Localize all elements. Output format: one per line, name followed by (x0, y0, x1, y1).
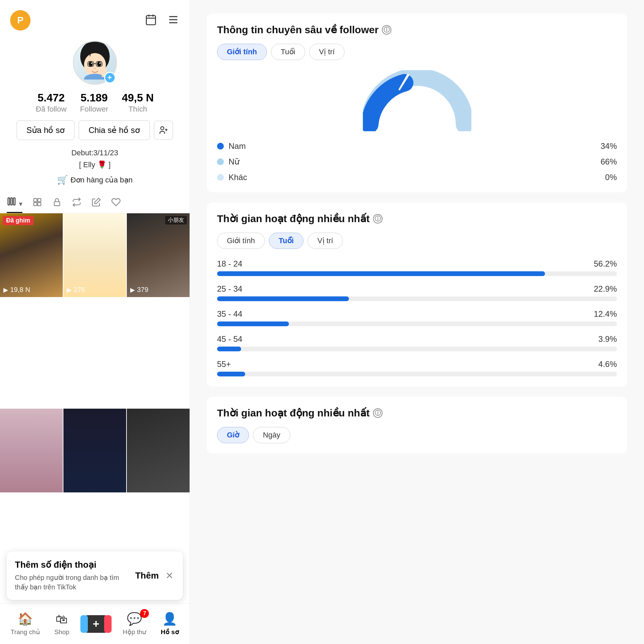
add-friend-button[interactable] (154, 121, 173, 140)
nav-create[interactable]: + (84, 615, 108, 633)
popup-add-button[interactable]: Thêm (135, 570, 159, 581)
time-section-title: Thời gian hoạt động nhiều nhất ⓘ (217, 407, 617, 419)
filter-tab-location[interactable]: Vị trí (309, 44, 345, 60)
age-row-35-44-header: 35 - 44 12.4% (217, 309, 617, 319)
svg-marker-30 (95, 198, 100, 203)
tab-grid-icon[interactable]: ▾ (7, 197, 22, 213)
tab-lock-icon[interactable] (52, 197, 62, 213)
svg-point-9 (89, 61, 93, 66)
filter-tab-age[interactable]: Tuổi (271, 44, 305, 60)
stats-row: 5.472 Đã follow 5.189 Follower 49,5 N Th… (36, 92, 154, 114)
share-profile-button[interactable]: Chia sẻ hồ sơ (79, 120, 150, 140)
video-item-4[interactable] (0, 409, 63, 492)
edit-profile-button[interactable]: Sửa hồ sơ (17, 120, 75, 140)
svg-point-11 (91, 62, 92, 64)
age-row-25-34-header: 25 - 34 22.9% (217, 284, 617, 294)
order-row[interactable]: 🛒 Đơn hàng của bạn (57, 175, 133, 185)
age-bars: 18 - 24 56.2% 25 - 34 22.9% 35 - 44 (217, 259, 617, 376)
age-row-18-24: 18 - 24 56.2% (217, 259, 617, 276)
popup-content: Thêm số điện thoại Cho phép người trong … (15, 560, 130, 592)
video-item-2[interactable]: ▶ 276 (63, 213, 126, 297)
bar-bg-45-54 (217, 347, 617, 351)
video-grid: Đã ghim ▶ 19,8 N ▶ 276 小朋友 ▶ 379 (0, 213, 190, 603)
age-label-35-44: 35 - 44 (217, 309, 242, 319)
tab-heart-icon[interactable] (111, 197, 121, 213)
time-tab-day[interactable]: Ngày (253, 427, 290, 443)
svg-rect-27 (34, 202, 37, 206)
follower-info-icon[interactable]: ⓘ (382, 25, 391, 35)
right-panel: Thông tin chuyên sâu về follower ⓘ Giới … (190, 0, 644, 644)
time-filter-tabs: Giờ Ngày (217, 427, 617, 443)
header: P (0, 0, 190, 34)
age-row-55plus-header: 55+ 4.6% (217, 359, 617, 369)
bar-bg-55plus (217, 372, 617, 376)
filter-tab-gender[interactable]: Giới tính (217, 44, 267, 60)
bio-section: Debut:3/11/23 [ Elly 🌹 ] (71, 147, 118, 171)
svg-rect-28 (38, 202, 41, 206)
nav-shop-label: Shop (54, 628, 69, 636)
video-item-1[interactable]: Đã ghim ▶ 19,8 N (0, 213, 63, 297)
avatar-add-icon[interactable]: + (104, 72, 116, 83)
tab-tag-icon[interactable] (92, 197, 101, 213)
tab-repost-icon[interactable] (33, 197, 42, 213)
bio-line1: Debut:3/11/23 (71, 147, 118, 159)
play-icon-3: ▶ (130, 286, 135, 294)
follower-filter-tabs: Giới tính Tuổi Vị trí (217, 44, 617, 60)
nav-profile[interactable]: 👤 Hồ sơ (161, 612, 179, 636)
pinned-badge: Đã ghim (3, 216, 34, 225)
bar-fill-55plus (217, 372, 245, 376)
menu-icon[interactable] (167, 14, 179, 27)
follower-section: Thông tin chuyên sâu về follower ⓘ Giới … (207, 14, 627, 192)
nav-home-label: Trang chủ (11, 628, 40, 636)
follower-section-title: Thông tin chuyên sâu về follower ⓘ (217, 24, 617, 36)
time-section: Thời gian hoạt động nhiều nhất ⓘ Giờ Ngà… (207, 397, 627, 453)
bar-bg-35-44 (217, 321, 617, 326)
avatar-wrapper: + (73, 41, 117, 85)
age-row-55plus: 55+ 4.6% (217, 359, 617, 376)
svg-rect-0 (147, 16, 156, 25)
activity-tab-age[interactable]: Tuổi (269, 233, 304, 249)
bottom-nav: 🏠 Trang chủ 🛍 Shop + 💬 7 Hộp thư 👤 Hồ sơ (0, 603, 190, 644)
nav-shop[interactable]: 🛍 Shop (54, 612, 69, 636)
video-item-5[interactable] (63, 409, 126, 492)
create-button[interactable]: + (84, 615, 108, 633)
video-item-6[interactable] (127, 409, 190, 492)
nav-inbox[interactable]: 💬 7 Hộp thư (123, 612, 146, 636)
play-icon: ▶ (3, 286, 8, 294)
activity-tab-location[interactable]: Vị trí (308, 233, 343, 249)
video-item-3[interactable]: 小朋友 ▶ 379 (127, 213, 190, 297)
calendar-icon[interactable] (145, 14, 157, 27)
shop-icon: 🛍 (56, 612, 68, 626)
time-info-icon[interactable]: ⓘ (373, 408, 383, 418)
other-label: Khác (229, 173, 247, 182)
activity-filter-tabs: Giới tính Tuổi Vị trí (217, 233, 617, 249)
age-pct-25-34: 22.9% (594, 284, 617, 294)
age-label-45-54: 45 - 54 (217, 334, 242, 344)
bar-bg-25-34 (217, 296, 617, 301)
nav-home[interactable]: 🏠 Trang chủ (11, 612, 40, 636)
header-right (145, 14, 179, 27)
home-icon: 🏠 (18, 612, 33, 626)
button-row: Sửa hồ sơ Chia sẻ hồ sơ (17, 120, 173, 140)
activity-info-icon[interactable]: ⓘ (373, 214, 383, 223)
svg-rect-18 (104, 69, 106, 73)
gender-legend: Nam 34% Nữ 66% Khác 0% (217, 141, 617, 182)
video-views-1: ▶ 19,8 N (3, 286, 30, 294)
svg-rect-24 (14, 198, 15, 205)
cart-icon: 🛒 (57, 175, 68, 185)
age-label-18-24: 18 - 24 (217, 259, 242, 269)
time-tab-hour[interactable]: Giờ (217, 427, 249, 443)
svg-rect-25 (34, 198, 37, 201)
stat-follow: 5.472 Đã follow (36, 92, 66, 114)
inbox-badge: 7 (140, 609, 149, 618)
tab-retweet-icon[interactable] (72, 197, 81, 213)
male-label: Nam (229, 141, 246, 151)
activity-tab-gender[interactable]: Giới tính (217, 233, 265, 249)
popup-close-icon[interactable]: ✕ (164, 570, 175, 581)
video-views-2: ▶ 276 (67, 286, 85, 294)
profile-section: + 5.472 Đã follow 5.189 Follower 49,5 N … (0, 34, 190, 189)
follower-count: 5.189 (80, 92, 108, 104)
popup-desc: Cho phép người trong danh bạ tìm thấy bạ… (15, 573, 130, 592)
age-row-45-54: 45 - 54 3.9% (217, 334, 617, 351)
bar-fill-25-34 (217, 296, 349, 301)
